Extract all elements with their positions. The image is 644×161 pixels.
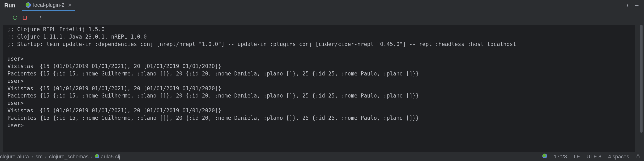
breadcrumb: clojure-alura › src › clojure_schemas › … — [0, 153, 120, 160]
chevron-right-icon: › — [45, 153, 47, 160]
tab-bar: Run local-plugin-2 — [0, 0, 644, 11]
stop-icon[interactable] — [22, 15, 28, 20]
readonly-lock-icon[interactable] — [636, 153, 640, 160]
breadcrumb-segment[interactable]: clojure_schemas — [49, 153, 88, 160]
svg-rect-3 — [635, 5, 638, 6]
chevron-right-icon: › — [91, 153, 92, 160]
status-line-separator[interactable]: LF — [574, 153, 580, 160]
chevron-right-icon: › — [31, 153, 33, 160]
svg-point-5 — [40, 16, 41, 17]
close-icon[interactable] — [68, 3, 72, 7]
status-bar: clojure-alura › src › clojure_schemas › … — [0, 152, 644, 161]
more-vertical-icon[interactable] — [38, 16, 42, 20]
svg-point-2 — [627, 6, 628, 7]
console-output[interactable]: ;; Clojure REPL Intellij 1.5.0 ;; Clojur… — [3, 25, 636, 152]
svg-rect-8 — [637, 156, 639, 158]
tab-bar-right — [625, 3, 644, 8]
clojure-file-icon — [95, 153, 99, 160]
breadcrumb-segment[interactable]: aula5.clj — [95, 153, 120, 160]
svg-point-7 — [40, 19, 41, 20]
rerun-icon[interactable] — [12, 15, 18, 21]
scrollbar[interactable] — [640, 25, 643, 152]
status-time[interactable]: 17:23 — [554, 153, 567, 160]
run-panel-label: Run — [4, 2, 16, 9]
minimize-icon[interactable] — [634, 3, 639, 8]
toolbar-separator — [33, 14, 33, 21]
tab-local-plugin-2[interactable]: local-plugin-2 — [22, 0, 75, 11]
clojure-icon — [26, 3, 31, 8]
scrollbar-thumb[interactable] — [640, 25, 642, 133]
breadcrumb-segment[interactable]: clojure-alura — [0, 153, 29, 160]
tab-label: local-plugin-2 — [33, 2, 64, 8]
status-indent[interactable]: 4 spaces — [608, 153, 629, 160]
breadcrumb-segment[interactable]: src — [36, 153, 42, 160]
svg-point-0 — [627, 4, 628, 4]
svg-rect-4 — [23, 16, 26, 20]
status-right: 17:23 LF UTF-8 4 spaces — [542, 153, 640, 160]
console-wrapper: ;; Clojure REPL Intellij 1.5.0 ;; Clojur… — [3, 25, 644, 152]
svg-point-6 — [40, 17, 41, 18]
status-encoding[interactable]: UTF-8 — [586, 153, 602, 160]
more-vertical-icon[interactable] — [625, 3, 630, 8]
run-toolbar — [3, 11, 644, 25]
clojure-repl-status-icon[interactable] — [542, 153, 547, 160]
svg-point-1 — [627, 5, 628, 6]
